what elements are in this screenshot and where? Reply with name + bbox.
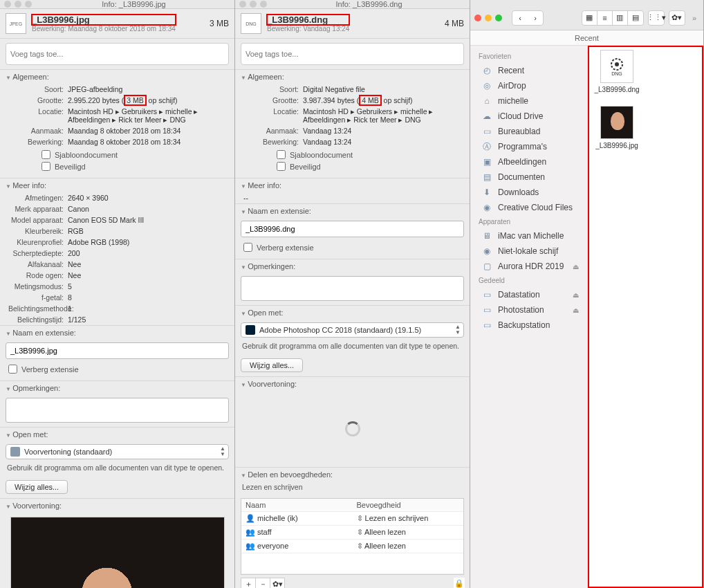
- section-comments[interactable]: Opmerkingen:: [235, 259, 470, 273]
- comments-input[interactable]: [241, 276, 464, 301]
- sidebar-item-airdrop[interactable]: ◎AirDrop: [470, 78, 587, 93]
- modified-value: Maandag 8 oktober 2018 om 18:34: [68, 138, 229, 146]
- sidebar-item-apps[interactable]: ⒶProgramma's: [470, 139, 587, 154]
- tags-input[interactable]: [6, 43, 229, 65]
- sidebar-item-pictures[interactable]: ▣Afbeeldingen: [470, 154, 587, 169]
- section-open-with[interactable]: Open met:: [235, 306, 470, 320]
- close-icon[interactable]: [474, 15, 481, 21]
- section-name-ext[interactable]: Naam en extensie:: [0, 326, 234, 340]
- file-size: 4 MB: [445, 19, 464, 28]
- close-icon[interactable]: [239, 1, 246, 8]
- column-view-button[interactable]: ▥: [613, 11, 628, 25]
- sidebar-heading-devices: Apparaten: [470, 215, 587, 228]
- permissions-table: NaamBevoegdheid 👤 michelle (ik)⇳ Lezen e…: [241, 498, 464, 575]
- sidebar-item-imac[interactable]: 🖥iMac van Michelle: [470, 228, 587, 244]
- tags-field[interactable]: [6, 43, 229, 65]
- sidebar-item-desktop[interactable]: ▭Bureaublad: [470, 124, 587, 139]
- lock-icon[interactable]: 🔒: [454, 578, 465, 588]
- titlebar[interactable]: Info: _L3B9996.jpg: [0, 0, 234, 9]
- sidebar-item-aurora[interactable]: ▢Aurora HDR 2019⏏: [470, 259, 587, 274]
- sidebar-heading-shared: Gedeeld: [470, 274, 587, 287]
- name-input[interactable]: [241, 221, 464, 237]
- info-window-dng: Info: _L3B9996.dng DNG _L3B9996.dng Bewe…: [235, 0, 470, 588]
- change-all-button[interactable]: Wijzig alles...: [6, 480, 68, 494]
- zoom-icon[interactable]: [495, 15, 502, 21]
- forward-button[interactable]: ›: [528, 11, 543, 25]
- icon-view-button[interactable]: ▦: [582, 11, 598, 25]
- section-sharing[interactable]: Delen en bevoegdheden:: [235, 468, 470, 481]
- window-title: Info: _L3B9996.dng: [272, 0, 465, 8]
- stationery-checkbox[interactable]: Sjabloondocument: [41, 150, 229, 159]
- arrange-button[interactable]: ⋮⋮▾: [649, 11, 664, 25]
- sidebar-item-recent[interactable]: ◴Recent: [470, 63, 587, 78]
- titlebar[interactable]: Info: _L3B9996.dng: [235, 0, 470, 9]
- sidebar-item-photostation[interactable]: ▭Photostation⏏: [470, 302, 587, 318]
- table-row[interactable]: 👤 michelle (ik)⇳ Lezen en schrijven: [241, 512, 463, 526]
- preview-app-icon: [10, 447, 20, 457]
- open-with-hint: Gebruik dit programma om alle documenten…: [235, 340, 470, 354]
- nav-buttons[interactable]: ‹ ›: [512, 10, 544, 26]
- documents-icon: ▤: [481, 172, 492, 183]
- svg-text:DNG: DNG: [611, 71, 622, 76]
- close-icon[interactable]: [4, 1, 11, 8]
- action-menu-button[interactable]: ✿▾: [270, 578, 285, 588]
- comments-input[interactable]: [6, 398, 229, 423]
- file-size: 3 MB: [210, 19, 229, 28]
- section-general[interactable]: Algemeen:: [235, 70, 470, 84]
- sidebar-item-ccfiles[interactable]: ◉Creative Cloud Files: [470, 200, 587, 215]
- minimize-icon[interactable]: [485, 15, 492, 21]
- file-grid[interactable]: DNG _L3B9996.dng _L3B9996.jpg: [588, 46, 703, 588]
- locked-checkbox[interactable]: Beveiligd: [41, 162, 229, 171]
- sidebar-item-home[interactable]: ⌂michelle: [470, 93, 587, 109]
- open-with-select[interactable]: Adobe Photoshop CC 2018 (standaard) (19.…: [241, 322, 464, 338]
- change-all-button[interactable]: Wijzig alles...: [241, 358, 303, 372]
- table-row[interactable]: 👥 staff⇳ Alleen lezen: [241, 526, 463, 540]
- hide-ext-checkbox[interactable]: Verberg extensie: [243, 243, 464, 252]
- eject-icon[interactable]: ⏏: [573, 263, 579, 270]
- location-value: Macintosh HD ▸ Gebruikers ▸ michelle ▸ A…: [303, 107, 464, 124]
- finder-window: ‹ › ▦ ≡ ▥ ▤ ⋮⋮▾ ✿▾ » Recent Favorieten ◴…: [470, 0, 704, 588]
- section-general[interactable]: Algemeen:: [0, 70, 234, 84]
- sidebar-item-icloud[interactable]: ☁iCloud Drive: [470, 109, 587, 124]
- open-with-select[interactable]: Voorvertoning (standaard) ▲▼: [6, 444, 229, 459]
- sidebar-item-documents[interactable]: ▤Documenten: [470, 169, 587, 185]
- action-button[interactable]: ✿▾: [669, 11, 685, 25]
- tags-input[interactable]: [241, 43, 464, 65]
- table-row[interactable]: 👥 everyone⇳ Alleen lezen: [241, 540, 463, 553]
- section-more-info[interactable]: Meer info:: [235, 178, 470, 192]
- file-item-jpg[interactable]: _L3B9996.jpg: [592, 106, 642, 149]
- locked-checkbox[interactable]: Beveiligd: [277, 162, 464, 171]
- section-preview[interactable]: Voorvertoning:: [235, 377, 470, 391]
- eject-icon[interactable]: ⏏: [573, 306, 579, 314]
- file-thumb-icon: DNG: [241, 13, 261, 34]
- remove-user-button[interactable]: －: [255, 578, 270, 588]
- zoom-icon[interactable]: [25, 1, 32, 8]
- section-name-ext[interactable]: Naam en extensie:: [235, 204, 470, 218]
- section-open-with[interactable]: Open met:: [0, 428, 234, 441]
- minimize-icon[interactable]: [250, 1, 257, 8]
- location-value: Macintosh HD ▸ Gebruikers ▸ michelle ▸ A…: [68, 107, 229, 124]
- pictures-icon: ▣: [481, 156, 492, 167]
- sidebar-item-remote-disc[interactable]: ◉Niet-lokale schijf: [470, 244, 587, 259]
- stationery-checkbox[interactable]: Sjabloondocument: [277, 150, 464, 159]
- section-more-info[interactable]: Meer info:: [0, 178, 234, 192]
- list-view-button[interactable]: ≡: [598, 11, 613, 25]
- sidebar-item-backupstation[interactable]: ▭Backupstation: [470, 318, 587, 333]
- server-icon: ▭: [481, 289, 492, 300]
- back-button[interactable]: ‹: [512, 11, 528, 25]
- gallery-view-button[interactable]: ▤: [628, 11, 643, 25]
- name-input[interactable]: [6, 342, 229, 359]
- file-item-dng[interactable]: DNG _L3B9996.dng: [592, 50, 642, 93]
- add-user-button[interactable]: ＋: [241, 578, 256, 588]
- eject-icon[interactable]: ⏏: [573, 291, 579, 299]
- section-comments[interactable]: Opmerkingen:: [0, 381, 234, 395]
- hide-ext-checkbox[interactable]: Verberg extensie: [8, 365, 229, 374]
- section-preview[interactable]: Voorvertoning:: [0, 499, 234, 513]
- tags-field[interactable]: [241, 43, 464, 65]
- sidebar-item-datastation[interactable]: ▭Datastation⏏: [470, 287, 587, 302]
- sidebar-item-downloads[interactable]: ⬇Downloads: [470, 185, 587, 200]
- minimize-icon[interactable]: [15, 1, 21, 8]
- view-mode-segmented[interactable]: ▦ ≡ ▥ ▤: [582, 10, 644, 26]
- zoom-icon[interactable]: [260, 1, 267, 8]
- expand-button[interactable]: »: [689, 14, 699, 22]
